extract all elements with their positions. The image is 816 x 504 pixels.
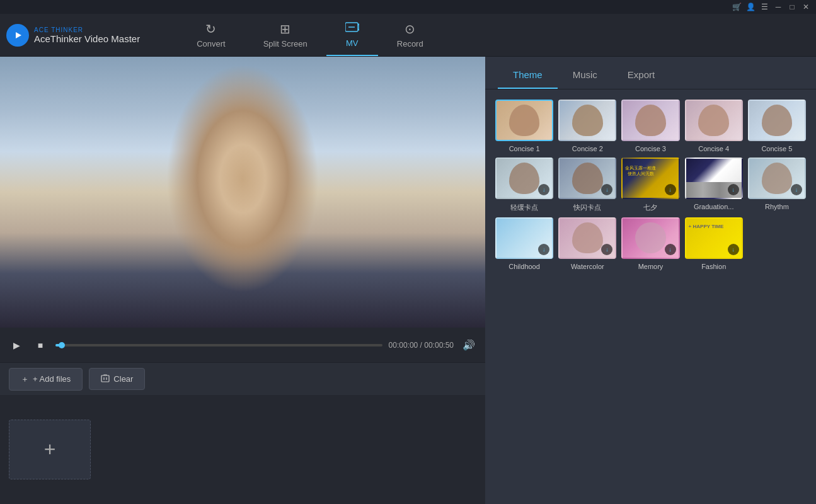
- theme-label-concise2: Concise 2: [572, 145, 603, 152]
- split-icon: ⊞: [280, 21, 290, 37]
- theme-fashion[interactable]: + HAPPY TIME ↓ Fashion: [685, 217, 743, 270]
- download-icon-watercolor: ↓: [601, 244, 612, 255]
- theme-thumb-concise3: [621, 100, 679, 141]
- theme-label-rhythm: Rhythm: [765, 203, 789, 210]
- theme-label-concise1: Concise 1: [509, 145, 540, 152]
- theme-label-memory: Memory: [638, 263, 664, 270]
- tab-split-screen[interactable]: ⊞ Split Screen: [244, 14, 326, 56]
- theme-concise2[interactable]: Concise 2: [558, 100, 616, 152]
- user-icon[interactable]: 👤: [745, 2, 756, 12]
- action-bar: ＋ + Add files Clear: [0, 362, 485, 395]
- time-display: 00:00:00 / 00:00:50: [389, 341, 454, 350]
- theme-thumb-concise4: [685, 100, 743, 141]
- theme-thumb-light: ↓: [495, 158, 553, 199]
- play-button[interactable]: ▶: [8, 336, 25, 354]
- download-icon-qixi: ↓: [665, 184, 676, 195]
- theme-label-flash: 快闪卡点: [573, 203, 601, 212]
- thumb-photo-concise3: [623, 101, 678, 140]
- volume-button[interactable]: 🔊: [460, 336, 478, 354]
- theme-label-qixi: 七夕: [643, 203, 657, 212]
- theme-label-light: 轻缓卡点: [510, 203, 538, 212]
- brand-top: ACE THINKER: [34, 26, 140, 33]
- thumb-photo-concise5: [749, 101, 805, 140]
- theme-thumb-childhood: ↓: [495, 217, 553, 259]
- theme-thumb-fashion: + HAPPY TIME ↓: [685, 217, 743, 259]
- right-tabs: Theme Music Export: [485, 57, 816, 89]
- clear-icon: [101, 374, 110, 384]
- theme-rhythm[interactable]: ↓ Rhythm: [748, 158, 806, 212]
- svg-rect-4: [101, 375, 109, 382]
- thumb-photo-concise2: [560, 101, 615, 140]
- minimize-button[interactable]: ─: [773, 2, 783, 12]
- tab-mv[interactable]: MV: [326, 14, 378, 56]
- video-image: [0, 57, 485, 328]
- split-label: Split Screen: [263, 39, 307, 49]
- theme-concise5[interactable]: Concise 5: [748, 100, 806, 152]
- cart-icon[interactable]: 🛒: [732, 2, 742, 12]
- theme-thumb-concise2: [558, 100, 616, 141]
- record-label: Record: [397, 39, 423, 49]
- clear-button[interactable]: Clear: [89, 368, 145, 390]
- theme-label-graduation: Graduation...: [694, 203, 734, 210]
- theme-grid: Concise 1 Concise 2 Concise 3: [485, 89, 816, 280]
- mv-icon: [345, 21, 359, 36]
- download-icon-childhood: ↓: [538, 244, 549, 255]
- video-controls: ▶ ■ 00:00:00 / 00:00:50 🔊: [0, 328, 485, 362]
- fashion-text: + HAPPY TIME: [689, 224, 724, 229]
- theme-concise1[interactable]: Concise 1: [495, 100, 553, 152]
- add-media-button[interactable]: +: [9, 420, 91, 479]
- theme-label-concise4: Concise 4: [698, 145, 729, 152]
- thumbnail-strip: +: [0, 395, 485, 504]
- close-button[interactable]: ✕: [801, 2, 811, 12]
- video-area: [0, 57, 485, 328]
- left-panel: ▶ ■ 00:00:00 / 00:00:50 🔊 ＋ + Add files: [0, 57, 485, 504]
- theme-label-concise5: Concise 5: [761, 145, 792, 152]
- logo-icon: [6, 24, 29, 47]
- download-icon-flash: ↓: [601, 184, 612, 195]
- convert-icon: ↻: [205, 21, 216, 37]
- download-icon-fashion: ↓: [728, 244, 739, 255]
- theme-qixi[interactable]: 金风玉露一相逢便胜人间无数 ↓ 七夕: [621, 158, 679, 212]
- tab-record[interactable]: ⊙ Record: [378, 14, 442, 56]
- theme-light[interactable]: ↓ 轻缓卡点: [495, 158, 553, 212]
- theme-thumb-watercolor: ↓: [558, 217, 616, 259]
- theme-flash[interactable]: ↓ 快闪卡点: [558, 158, 616, 212]
- theme-watercolor[interactable]: ↓ Watercolor: [558, 217, 616, 270]
- menu-icon[interactable]: ☰: [759, 2, 769, 12]
- toolbar: ACE THINKER AceThinker Video Master ↻ Co…: [0, 14, 816, 57]
- titlebar: 🛒 👤 ☰ ─ □ ✕: [0, 0, 816, 14]
- theme-thumb-graduation: ↓: [685, 158, 743, 199]
- download-icon-memory: ↓: [665, 244, 676, 255]
- app-name: ACE THINKER AceThinker Video Master: [34, 26, 140, 44]
- theme-label-childhood: Childhood: [509, 263, 540, 270]
- theme-thumb-concise5: [748, 100, 806, 141]
- qixi-text: 金风玉露一相逢便胜人间无数: [625, 165, 656, 176]
- thumb-photo-concise4: [686, 101, 742, 140]
- theme-thumb-rhythm: ↓: [748, 158, 806, 199]
- brand-bottom: AceThinker Video Master: [34, 33, 140, 44]
- theme-concise4[interactable]: Concise 4: [685, 100, 743, 152]
- tab-convert[interactable]: ↻ Convert: [178, 14, 244, 56]
- thumb-photo-concise1: [497, 101, 552, 140]
- progress-bar[interactable]: [55, 344, 382, 346]
- theme-label-watercolor: Watercolor: [571, 263, 604, 270]
- app-logo: ACE THINKER AceThinker Video Master: [6, 24, 140, 47]
- theme-thumb-qixi: 金风玉露一相逢便胜人间无数 ↓: [621, 158, 679, 199]
- theme-childhood[interactable]: ↓ Childhood: [495, 217, 553, 270]
- tab-music[interactable]: Music: [558, 69, 612, 89]
- mv-label: MV: [346, 38, 359, 48]
- main-content: ▶ ■ 00:00:00 / 00:00:50 🔊 ＋ + Add files: [0, 57, 816, 504]
- theme-thumb-concise1: [495, 100, 553, 141]
- theme-concise3[interactable]: Concise 3: [621, 100, 679, 152]
- convert-label: Convert: [197, 39, 226, 49]
- add-files-button[interactable]: ＋ + Add files: [9, 368, 83, 391]
- theme-memory[interactable]: ↓ Memory: [621, 217, 679, 270]
- theme-thumb-flash: ↓: [558, 158, 616, 199]
- maximize-button[interactable]: □: [787, 2, 797, 12]
- download-icon-graduation: ↓: [728, 184, 739, 195]
- tab-theme[interactable]: Theme: [498, 69, 558, 89]
- theme-graduation[interactable]: ↓ Graduation...: [685, 158, 743, 212]
- stop-button[interactable]: ■: [32, 336, 49, 354]
- nav-tabs: ↻ Convert ⊞ Split Screen MV ⊙ Record: [178, 14, 442, 56]
- tab-export[interactable]: Export: [612, 69, 670, 89]
